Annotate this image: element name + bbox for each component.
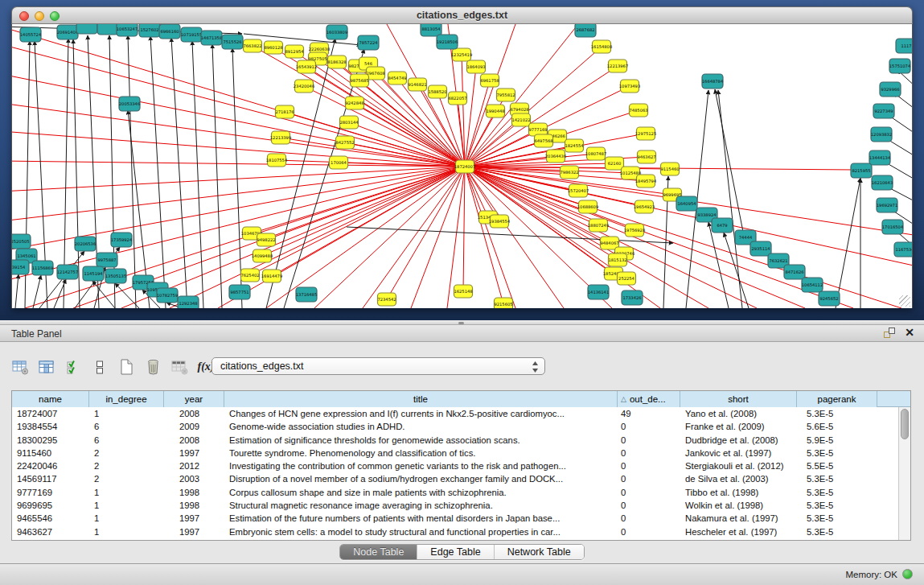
table-vertical-scrollbar[interactable] — [898, 407, 910, 540]
graph-node-label: 6497568 — [534, 138, 552, 143]
table-cell: Franke et al. (2009) — [680, 420, 797, 433]
table-row[interactable]: 1938455462009Genome-wide association stu… — [12, 420, 897, 433]
graph-node-label: 10807487 — [585, 151, 606, 156]
red-citation-edge[interactable] — [355, 103, 465, 167]
graph-node-label: 14099488 — [252, 253, 273, 258]
black-citation-edge[interactable] — [708, 222, 729, 308]
table-cell: 9699695 — [12, 499, 89, 512]
table-cell: 5.6E-5 — [797, 420, 877, 433]
red-citation-edge[interactable] — [170, 167, 465, 308]
black-citation-edge[interactable] — [192, 41, 203, 308]
new-table-icon[interactable] — [117, 358, 135, 376]
black-citation-edge[interactable] — [836, 178, 860, 308]
delete-table-icon[interactable] — [170, 358, 188, 376]
table-row[interactable]: 946554611997Estimation of the future num… — [12, 512, 897, 525]
graph-node-label: 9875685 — [350, 78, 368, 83]
table-row[interactable]: 1872400712008Changes of HCN gene express… — [12, 407, 897, 420]
red-citation-edge[interactable] — [465, 24, 578, 167]
table-row[interactable]: 1456911722003Disruption of a novel membe… — [12, 472, 897, 485]
network-canvas[interactable]: 7663822896012889129542226063898275058186… — [11, 24, 913, 308]
merge-rows-icon[interactable] — [91, 358, 109, 376]
red-citation-edge[interactable] — [272, 167, 465, 276]
graph-node-label: 10653247 — [117, 27, 138, 31]
graph-node-label: 8427552 — [335, 140, 354, 145]
network-window-titlebar[interactable]: citations_edges.txt — [11, 6, 913, 24]
column-header-pagerank[interactable]: pagerank — [797, 391, 877, 407]
graph-node[interactable] — [76, 24, 97, 34]
graph-node-label: 1145194 — [84, 271, 103, 276]
black-citation-edge[interactable] — [171, 38, 187, 308]
table-row[interactable]: 977716911998Corpus callosum shape and si… — [12, 486, 897, 499]
table-cell: 1998 — [164, 486, 224, 499]
cytoscape-app: citations_edges.txt 76638228960128891295… — [0, 0, 924, 585]
table-cell: Structural magnetic resonance image aver… — [224, 499, 618, 512]
red-citation-edge[interactable] — [266, 167, 465, 240]
graph-node-label: 19756928 — [624, 228, 645, 233]
canvas-resize-grip[interactable] — [899, 295, 910, 307]
table-cell: 2003 — [164, 472, 224, 485]
red-citation-edge[interactable] — [12, 103, 465, 167]
red-citation-edge[interactable] — [12, 44, 465, 167]
graph-node-label: 7663822 — [243, 43, 261, 48]
black-citation-edge[interactable] — [715, 89, 744, 236]
citation-network-graph[interactable]: 7663822896012889129542226063898275058186… — [12, 24, 912, 308]
table-row[interactable]: 911546021997Tourette syndrome. Phenomeno… — [12, 447, 897, 459]
table-row[interactable]: 1830029562008Estimation of significance … — [12, 434, 897, 447]
column-header-in_degree[interactable]: in_degree — [89, 391, 164, 407]
graph-node-label: 20053346 — [119, 101, 140, 106]
scrollbar-thumb[interactable] — [901, 409, 909, 439]
red-citation-edge[interactable] — [266, 167, 465, 308]
table-cell: Tibbo et al. (1998) — [680, 486, 797, 499]
table-cell: Hescheler et al. (1997) — [680, 525, 797, 538]
column-header-name[interactable]: name — [12, 391, 89, 407]
red-citation-edge[interactable] — [465, 167, 503, 304]
table-cell: 2 — [89, 459, 164, 472]
tab-edge-table[interactable]: Edge Table — [417, 545, 494, 559]
table-row[interactable]: 946362711997Embryonic stem cells: a mode… — [12, 525, 897, 538]
float-panel-icon[interactable] — [884, 328, 895, 338]
graph-node-label: 1625148 — [454, 289, 472, 294]
graph-node-label: 19654923 — [634, 204, 655, 209]
table-cell: Genome-wide association studies in ADHD. — [224, 420, 618, 433]
select-all-columns-icon[interactable] — [64, 358, 82, 376]
graph-node-label: 546 — [364, 61, 372, 66]
graph-node-label: 14055724 — [20, 32, 42, 37]
table-select-dropdown[interactable]: citations_edges.txt — [211, 357, 545, 375]
red-citation-edge[interactable] — [465, 167, 853, 308]
graph-node-label: 6822057 — [448, 96, 466, 101]
graph-node-label: 7515526 — [223, 39, 241, 44]
black-citation-edge[interactable] — [15, 274, 18, 308]
red-citation-edge[interactable] — [463, 167, 465, 291]
red-citation-edge[interactable] — [262, 167, 465, 256]
show-columns-icon[interactable] — [38, 358, 55, 376]
table-row[interactable]: 969969511998Structural magnetic resonanc… — [12, 499, 897, 512]
close-panel-icon[interactable]: ✕ — [905, 328, 914, 338]
table-cell: 1997 — [164, 512, 224, 525]
graph-node-label: 10654112 — [802, 282, 823, 287]
graph-node[interactable] — [97, 24, 118, 35]
red-citation-edge[interactable] — [314, 167, 465, 308]
table-row[interactable]: 2242004622012Investigating the contribut… — [12, 459, 897, 472]
table-cell: Jankovic et al. (1997) — [680, 447, 797, 459]
table-panel-title: Table Panel — [11, 328, 62, 340]
column-header-title[interactable]: title — [224, 391, 618, 407]
graph-node-label: 39154 — [12, 265, 26, 270]
graph-node-label: 20206536 — [75, 241, 96, 246]
red-citation-edge[interactable] — [12, 167, 465, 282]
black-citation-edge[interactable] — [266, 39, 335, 308]
table-cell: 0 — [618, 447, 680, 459]
column-header-year[interactable]: year — [164, 391, 224, 407]
graph-node-label: 11156869 — [32, 266, 53, 270]
red-citation-edge[interactable] — [465, 167, 564, 308]
table-cell: 22420046 — [12, 459, 89, 472]
table-settings-icon[interactable] — [11, 358, 29, 376]
graph-node-label: 7986322 — [560, 170, 578, 175]
column-header-out_de[interactable]: △out_de... — [618, 391, 680, 407]
sort-ascending-icon: △ — [621, 395, 626, 403]
delete-rows-icon[interactable] — [144, 358, 162, 376]
tab-network-table[interactable]: Network Table — [495, 545, 584, 559]
tab-node-table[interactable]: Node Table — [340, 545, 417, 559]
graph-node-label: 10782759 — [157, 293, 178, 298]
column-header-short[interactable]: short — [680, 391, 797, 407]
splitter-handle[interactable] — [458, 322, 464, 324]
